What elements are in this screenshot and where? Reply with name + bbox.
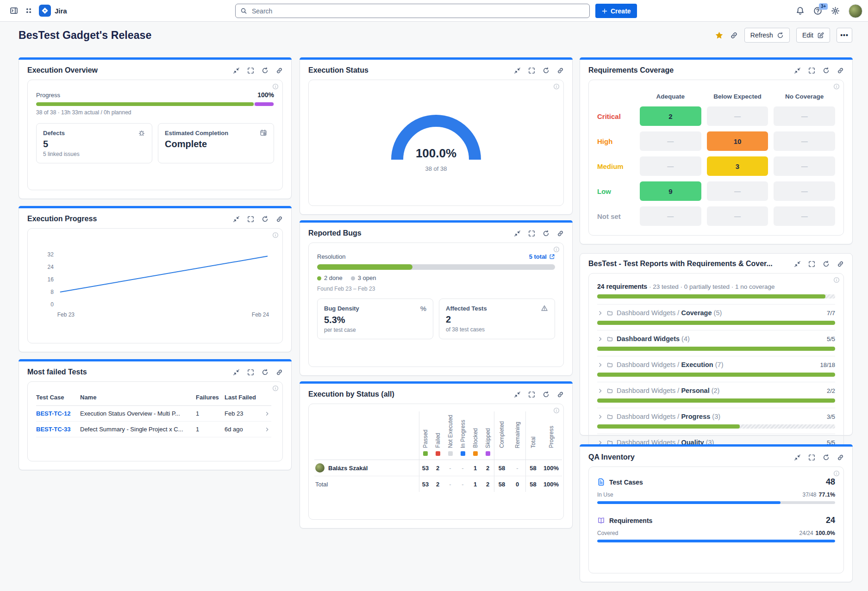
refresh-button[interactable]: Refresh bbox=[744, 28, 790, 43]
fullscreen-icon[interactable] bbox=[808, 67, 815, 74]
svg-text:16: 16 bbox=[48, 276, 54, 283]
app-switcher-icon[interactable] bbox=[21, 3, 36, 18]
refresh-icon[interactable] bbox=[823, 454, 830, 461]
info-icon[interactable] bbox=[272, 232, 279, 238]
matrix-cell[interactable]: 2 bbox=[640, 106, 701, 126]
chevron-right-icon[interactable] bbox=[263, 422, 271, 437]
test-case-link[interactable]: BEST-TC-12 bbox=[36, 406, 80, 422]
external-link-icon bbox=[549, 254, 555, 260]
info-icon[interactable] bbox=[833, 277, 840, 283]
total-bugs-link[interactable]: 5 total bbox=[529, 253, 555, 260]
refresh-icon[interactable] bbox=[543, 230, 550, 237]
chevron-right-icon[interactable] bbox=[597, 336, 603, 342]
info-icon[interactable] bbox=[833, 83, 840, 90]
fullscreen-icon[interactable] bbox=[808, 454, 815, 461]
matrix-cell[interactable]: 9 bbox=[640, 181, 701, 201]
widget-most-failed-tests: Most failed Tests Test Case Name Failure… bbox=[19, 359, 292, 470]
search-input[interactable] bbox=[251, 7, 585, 15]
fullscreen-icon[interactable] bbox=[528, 391, 535, 398]
link-icon[interactable] bbox=[837, 261, 844, 268]
link-icon[interactable] bbox=[837, 67, 844, 74]
fullscreen-icon[interactable] bbox=[247, 369, 254, 376]
report-path: Dashboard Widgets / Personal (2) bbox=[617, 387, 719, 394]
collapse-icon[interactable] bbox=[514, 230, 521, 237]
report-path: Dashboard Widgets (4) bbox=[617, 335, 690, 342]
help-icon[interactable]: 3+ bbox=[813, 6, 822, 15]
jira-home-link[interactable]: Jira bbox=[39, 5, 67, 17]
info-icon[interactable] bbox=[272, 83, 279, 90]
link-icon[interactable] bbox=[557, 67, 564, 74]
fullscreen-icon[interactable] bbox=[528, 230, 535, 237]
info-icon[interactable] bbox=[553, 246, 560, 253]
link-icon[interactable] bbox=[276, 67, 283, 74]
edit-button[interactable]: Edit bbox=[796, 28, 830, 43]
defects-card[interactable]: Defects 5 5 linked issues bbox=[36, 123, 152, 163]
tester-row[interactable]: Balázs Szakál bbox=[314, 460, 419, 476]
collapse-icon[interactable] bbox=[794, 261, 801, 268]
refresh-icon[interactable] bbox=[262, 216, 269, 223]
jira-logo-icon bbox=[39, 5, 51, 17]
refresh-icon[interactable] bbox=[262, 67, 269, 74]
matrix-cell[interactable]: 10 bbox=[707, 131, 768, 151]
refresh-icon[interactable] bbox=[262, 369, 269, 376]
user-avatar[interactable] bbox=[849, 4, 862, 18]
more-actions-button[interactable]: ••• bbox=[837, 28, 852, 43]
create-button[interactable]: Create bbox=[595, 4, 637, 18]
favorite-star-icon[interactable] bbox=[715, 31, 724, 40]
report-row[interactable]: Dashboard Widgets / Execution (7) 18/18 bbox=[597, 356, 835, 382]
link-icon[interactable] bbox=[557, 391, 564, 398]
chevron-right-icon[interactable] bbox=[597, 388, 603, 394]
refresh-icon[interactable] bbox=[543, 67, 550, 74]
info-icon[interactable] bbox=[553, 83, 560, 90]
refresh-icon[interactable] bbox=[823, 261, 830, 268]
link-icon[interactable] bbox=[276, 216, 283, 223]
collapse-icon[interactable] bbox=[233, 67, 240, 74]
calendar-clock-icon bbox=[260, 129, 267, 137]
chevron-right-icon[interactable] bbox=[597, 362, 603, 368]
requirements-label: Requirements bbox=[609, 517, 652, 524]
refresh-icon[interactable] bbox=[823, 67, 830, 74]
page-header: BesTest Gadget's Release Refresh Edit ••… bbox=[19, 26, 852, 44]
report-row[interactable]: Dashboard Widgets / Progress (3) 3/5 bbox=[597, 408, 835, 434]
copy-link-icon[interactable] bbox=[730, 31, 738, 39]
matrix-column-header: No Coverage bbox=[774, 93, 835, 101]
matrix-cell[interactable]: 3 bbox=[707, 156, 768, 176]
fullscreen-icon[interactable] bbox=[808, 261, 815, 268]
collapse-icon[interactable] bbox=[794, 67, 801, 74]
sidebar-toggle-icon[interactable] bbox=[6, 3, 21, 18]
collapse-icon[interactable] bbox=[514, 391, 521, 398]
svg-text:32: 32 bbox=[48, 251, 54, 258]
info-icon[interactable] bbox=[833, 470, 840, 477]
link-icon[interactable] bbox=[837, 454, 844, 461]
global-search[interactable] bbox=[235, 4, 590, 18]
collapse-icon[interactable] bbox=[514, 67, 521, 74]
report-path: Dashboard Widgets / Execution (7) bbox=[617, 361, 724, 368]
notifications-bell-icon[interactable] bbox=[796, 6, 805, 15]
fullscreen-icon[interactable] bbox=[247, 216, 254, 223]
settings-gear-icon[interactable] bbox=[831, 6, 840, 15]
info-icon[interactable] bbox=[272, 385, 279, 392]
link-icon[interactable] bbox=[276, 369, 283, 376]
progress-label: Progress bbox=[36, 92, 60, 99]
fullscreen-icon[interactable] bbox=[247, 67, 254, 74]
cell-failed: 2 bbox=[431, 476, 444, 492]
chevron-right-icon[interactable] bbox=[597, 414, 603, 420]
test-case-link[interactable]: BEST-TC-33 bbox=[36, 422, 80, 437]
progress-value: 100% bbox=[257, 91, 274, 99]
collapse-icon[interactable] bbox=[233, 369, 240, 376]
report-row[interactable]: Dashboard Widgets (4) 5/5 bbox=[597, 330, 835, 356]
chevron-right-icon[interactable] bbox=[597, 310, 603, 316]
chevron-right-icon[interactable] bbox=[263, 406, 271, 422]
collapse-icon[interactable] bbox=[233, 216, 240, 223]
collapse-icon[interactable] bbox=[794, 454, 801, 461]
refresh-icon[interactable] bbox=[543, 391, 550, 398]
info-icon[interactable] bbox=[553, 407, 560, 414]
row-progress-bar bbox=[597, 373, 835, 377]
link-icon[interactable] bbox=[557, 230, 564, 237]
matrix-cell: — bbox=[640, 131, 701, 151]
open-dot bbox=[351, 276, 355, 280]
report-row[interactable]: Dashboard Widgets / Personal (2) 2/2 bbox=[597, 382, 835, 408]
matrix-cell: — bbox=[774, 131, 835, 151]
report-row[interactable]: Dashboard Widgets / Coverage (5) 7/7 bbox=[597, 304, 835, 330]
fullscreen-icon[interactable] bbox=[528, 67, 535, 74]
